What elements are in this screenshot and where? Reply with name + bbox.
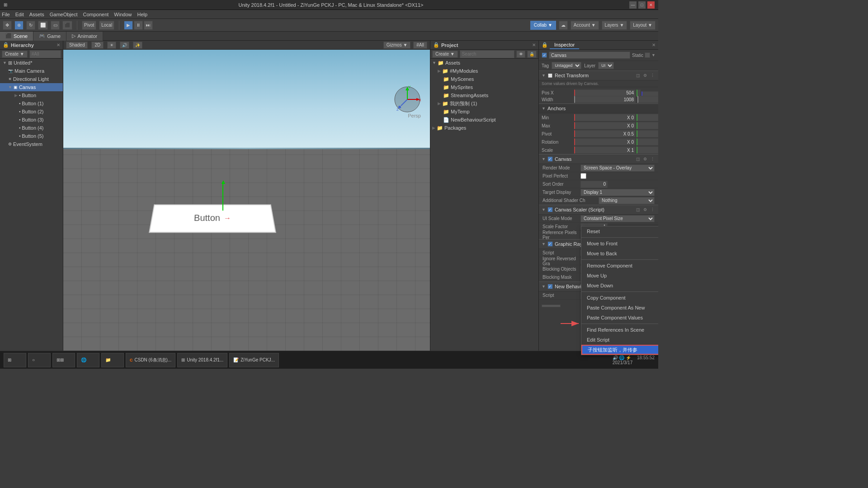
project-item-mysprites[interactable]: 📁 MySprites xyxy=(430,83,538,91)
static-dropdown-arrow[interactable]: ▼ xyxy=(651,53,656,57)
canvas-scaler-checkbox[interactable]: ✓ xyxy=(547,207,553,212)
play-button[interactable]: ▶ xyxy=(124,21,133,30)
menu-file[interactable]: File xyxy=(2,12,10,17)
layers-dropdown[interactable]: Layers ▼ xyxy=(602,21,627,30)
audio-toggle[interactable]: 🔊 xyxy=(120,42,129,49)
sort-order-field[interactable] xyxy=(580,181,608,188)
anchor-max-y[interactable] xyxy=(637,122,658,129)
hierarchy-scene-root[interactable]: ▼ ⊞ Untitled* xyxy=(0,59,63,67)
search-start-btn[interactable]: ○ xyxy=(28,353,51,367)
gr-checkbox[interactable]: ✓ xyxy=(547,241,553,247)
static-checkbox[interactable] xyxy=(645,52,650,58)
project-eye-icon[interactable]: 👁 xyxy=(516,51,525,58)
project-item-prefab[interactable]: ▶ 📁 我的预制 (1) xyxy=(430,99,538,108)
tool-rotate[interactable]: ↻ xyxy=(26,21,35,30)
project-item-streamingassets[interactable]: 📁 StreamingAssets xyxy=(430,91,538,99)
tool-scale[interactable]: ⬜ xyxy=(38,21,48,30)
pivot-button[interactable]: Pivot xyxy=(82,21,96,30)
menu-window[interactable]: Window xyxy=(114,12,132,17)
ui-scale-mode-select[interactable]: Constant Pixel Size xyxy=(580,215,655,222)
project-item-mytemp[interactable]: 📁 MyTemp xyxy=(430,108,538,116)
project-close-icon[interactable]: ✕ xyxy=(532,42,536,47)
hierarchy-search[interactable] xyxy=(29,50,61,58)
canvas-icon1[interactable]: ◫ xyxy=(635,156,641,162)
canvas-component-header[interactable]: ▼ ✓ Canvas ◫ ⚙ ⋮ xyxy=(539,154,658,164)
rect-transform-header[interactable]: ▼ ⬜ Rect Transform ◫ ⚙ ⋮ xyxy=(539,70,658,80)
shaded-dropdown[interactable]: Shaded xyxy=(66,42,88,49)
ctx-move-to-back[interactable]: Move to Back xyxy=(581,249,658,258)
fx-toggle[interactable]: ✨ xyxy=(133,42,142,49)
transform-y-handle[interactable] xyxy=(222,183,223,211)
2d-toggle[interactable]: 2D xyxy=(91,42,104,49)
ctx-custom-action[interactable]: 子按钮加监听，并传参 xyxy=(581,345,658,355)
ctx-paste-as-new[interactable]: Paste Component As New xyxy=(581,303,658,313)
unity-task-btn[interactable]: ⊞ Unity 2018.4.2f1... xyxy=(177,353,227,367)
menu-help[interactable]: Help xyxy=(137,12,147,17)
scene-gizmo[interactable]: Y X Z xyxy=(394,86,421,113)
step-button[interactable]: ⏭ xyxy=(144,21,153,30)
cs-icon3[interactable]: ⋮ xyxy=(649,206,656,213)
local-button[interactable]: Local xyxy=(99,21,114,30)
canvas-icon3[interactable]: ⋮ xyxy=(649,156,656,162)
object-name-field[interactable] xyxy=(549,52,630,59)
ctx-remove-component[interactable]: Remove Component xyxy=(581,261,658,271)
tool-rect[interactable]: ▭ xyxy=(51,21,60,30)
project-item-script[interactable]: 📄 NewBehaviourScript xyxy=(430,116,538,124)
project-search[interactable] xyxy=(460,50,514,58)
menu-gameobject[interactable]: GameObject xyxy=(50,12,78,17)
hierarchy-item-eventsystem[interactable]: ⚙ EventSystem xyxy=(0,140,63,148)
close-button[interactable]: ✕ xyxy=(647,1,655,9)
anchor-min-y[interactable] xyxy=(637,114,658,121)
taskview-btn[interactable]: ⊞⊞ xyxy=(52,353,75,367)
ctx-reset[interactable]: Reset xyxy=(581,226,658,236)
tab-game[interactable]: 🎮 Game xyxy=(33,32,66,41)
ctx-copy-component[interactable]: Copy Component xyxy=(581,293,658,303)
minimize-button[interactable]: — xyxy=(629,1,637,9)
pause-button[interactable]: ⏸ xyxy=(134,21,143,30)
project-item-myscenes[interactable]: 📁 MyScenes xyxy=(430,75,538,83)
project-lock-btn[interactable]: 🔒 xyxy=(527,51,537,58)
scale-x[interactable] xyxy=(574,146,636,154)
tool-transform[interactable]: ⬛ xyxy=(62,21,72,30)
ctx-paste-values[interactable]: Paste Component Values xyxy=(581,313,658,323)
ctx-find-references[interactable]: Find References In Scene xyxy=(581,325,658,335)
hierarchy-item-canvas[interactable]: ▼ ▣ Canvas xyxy=(0,83,63,91)
tab-animator[interactable]: ▷ Animator xyxy=(66,32,103,41)
shader-select[interactable]: Nothing xyxy=(599,197,655,204)
pivot-y[interactable] xyxy=(637,130,658,137)
rt-icon2[interactable]: ⚙ xyxy=(642,72,648,79)
cloud-button[interactable]: ☁ xyxy=(559,21,568,30)
layout-dropdown[interactable]: Layout ▼ xyxy=(630,21,656,30)
target-display-select[interactable]: Display 1 xyxy=(580,189,655,196)
ziYunGe-btn[interactable]: 📝 ZiYunGe PCKJ... xyxy=(229,353,279,367)
assets-root[interactable]: ▼ 📁 Assets xyxy=(430,59,538,67)
cs-icon1[interactable]: ◫ xyxy=(635,206,641,213)
anchor-min-x[interactable] xyxy=(574,114,636,121)
hierarchy-item-maincamera[interactable]: 📷 Main Camera xyxy=(0,67,63,75)
ctx-move-down[interactable]: Move Down xyxy=(581,281,658,291)
ctx-edit-script[interactable]: Edit Script xyxy=(581,335,658,345)
tool-move[interactable]: ⊕ xyxy=(14,21,24,30)
menu-assets[interactable]: Assets xyxy=(29,12,44,17)
rotation-x[interactable] xyxy=(574,138,636,145)
layer-select[interactable]: UI xyxy=(598,62,614,69)
object-active-checkbox[interactable]: ✓ xyxy=(542,52,547,58)
account-dropdown[interactable]: Account ▼ xyxy=(571,21,599,30)
height-field[interactable] xyxy=(637,96,658,103)
project-create-btn[interactable]: Create ▼ xyxy=(432,51,458,58)
menu-edit[interactable]: Edit xyxy=(15,12,24,17)
nb-script-btn[interactable] xyxy=(542,305,561,307)
scale-y[interactable] xyxy=(637,146,658,154)
anchors-header[interactable]: ▼ Anchors xyxy=(539,103,658,113)
tab-scene[interactable]: ⬛ Scene xyxy=(0,32,33,41)
gizmos-btn[interactable]: Gizmos ▼ xyxy=(383,42,411,49)
rotation-y[interactable] xyxy=(637,138,658,145)
collab-button[interactable]: Collab ▼ xyxy=(530,21,556,30)
render-mode-select[interactable]: Screen Space - Overlay xyxy=(580,164,655,172)
hierarchy-item-dirlight[interactable]: ☀ Directional Light xyxy=(0,75,63,83)
rt-icon1[interactable]: ◫ xyxy=(635,72,641,79)
ctx-move-to-front[interactable]: Move to Front xyxy=(581,239,658,249)
hierarchy-item-button[interactable]: ▶ ▪ Button xyxy=(0,91,63,99)
project-item-mymodules[interactable]: ▶ 📁 #MyModules xyxy=(430,67,538,75)
canvas-icon2[interactable]: ⚙ xyxy=(642,156,648,162)
